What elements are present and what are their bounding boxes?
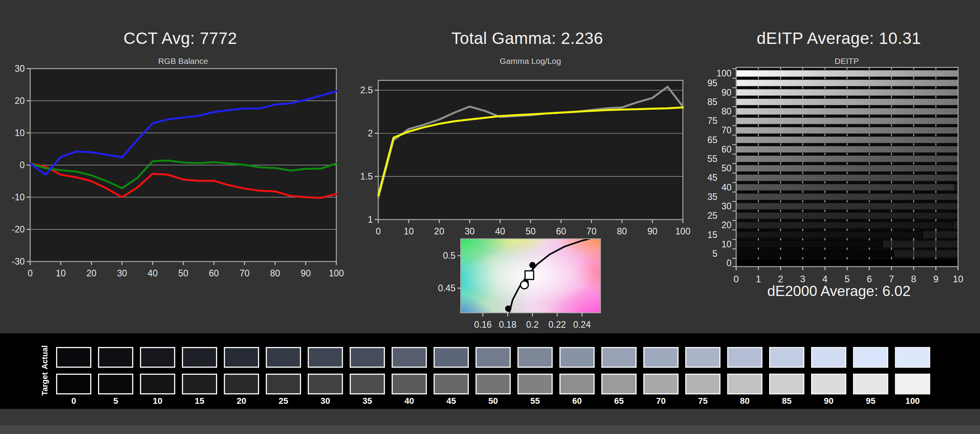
- svg-text:4: 4: [822, 274, 828, 284]
- swatch-label: 55: [517, 396, 553, 406]
- svg-text:40: 40: [721, 182, 731, 192]
- swatch-target: [308, 374, 343, 394]
- swatch-actual: [727, 347, 762, 368]
- svg-text:0.22: 0.22: [548, 320, 566, 330]
- swatch-label: 45: [434, 396, 469, 406]
- svg-text:60: 60: [209, 268, 219, 278]
- swatch-target: [727, 374, 762, 394]
- svg-text:45: 45: [707, 173, 717, 183]
- swatch-label: 35: [350, 396, 385, 406]
- swatch-actual: [182, 347, 217, 368]
- swatch-target: [98, 374, 133, 394]
- swatch-target: [853, 374, 888, 394]
- svg-text:7: 7: [889, 274, 894, 284]
- swatch-target: [140, 374, 175, 394]
- svg-text:0.2: 0.2: [526, 320, 539, 330]
- swatch-target: [266, 374, 301, 394]
- swatch-label: 25: [266, 396, 301, 406]
- swatch-actual: [434, 347, 469, 368]
- cie-chromaticity-chart: 0.160.180.20.220.240.50.45: [416, 234, 640, 333]
- swatch-actual: [811, 347, 846, 368]
- swatch-actual: [98, 347, 133, 368]
- svg-text:10: 10: [56, 268, 66, 278]
- svg-text:-10: -10: [12, 192, 25, 202]
- swatch-target: [182, 374, 217, 394]
- svg-text:50: 50: [721, 163, 731, 173]
- svg-text:1.5: 1.5: [360, 171, 373, 182]
- svg-text:3: 3: [800, 274, 805, 284]
- deitp-bar-chart: 1009590858075706560555045403530252015105…: [690, 59, 980, 286]
- svg-text:2.5: 2.5: [360, 85, 373, 95]
- svg-text:20: 20: [15, 96, 25, 106]
- deitp-average-title: dEITP Average: 10.31: [682, 29, 980, 48]
- svg-text:90: 90: [648, 226, 658, 236]
- svg-text:0.45: 0.45: [438, 283, 456, 293]
- swatch-label: 15: [182, 396, 217, 406]
- swatch-label: 40: [392, 396, 427, 406]
- svg-text:8: 8: [911, 274, 916, 284]
- swatch-actual: [769, 347, 804, 368]
- svg-text:-20: -20: [12, 224, 25, 234]
- svg-text:95: 95: [707, 78, 717, 88]
- swatch-target: [769, 374, 804, 394]
- svg-text:0.5: 0.5: [443, 251, 456, 261]
- swatch-label: 75: [685, 396, 720, 406]
- svg-text:100: 100: [675, 226, 690, 236]
- svg-text:80: 80: [270, 268, 280, 278]
- target-row-label: Target: [36, 374, 54, 394]
- swatch-target: [685, 374, 720, 394]
- swatch-target: [434, 374, 469, 394]
- grayscale-swatch-strip: Actual Target 05101520253035404550556065…: [0, 333, 980, 409]
- svg-text:80: 80: [721, 106, 731, 116]
- swatch-label: 20: [224, 396, 259, 406]
- svg-text:90: 90: [301, 268, 311, 278]
- svg-text:10: 10: [953, 274, 964, 284]
- svg-text:85: 85: [707, 97, 717, 107]
- svg-text:40: 40: [148, 268, 158, 278]
- swatch-label: 80: [727, 396, 762, 406]
- svg-text:90: 90: [721, 87, 731, 98]
- swatch-actual: [853, 347, 888, 368]
- svg-text:30: 30: [15, 64, 25, 74]
- svg-text:70: 70: [240, 268, 250, 278]
- svg-text:0.24: 0.24: [573, 320, 591, 330]
- svg-text:0: 0: [28, 268, 33, 278]
- swatch-target: [475, 374, 511, 394]
- svg-text:2: 2: [368, 128, 373, 138]
- swatch-target: [643, 374, 679, 394]
- svg-text:5: 5: [844, 274, 849, 284]
- svg-text:35: 35: [707, 192, 717, 202]
- svg-text:30: 30: [721, 201, 731, 211]
- swatch-label: 90: [811, 396, 846, 406]
- svg-text:50: 50: [178, 268, 189, 278]
- svg-text:0.18: 0.18: [499, 320, 517, 330]
- swatch-actual: [308, 347, 343, 368]
- swatch-label: 10: [140, 396, 175, 406]
- rgb-balance-chart: 3020100-10-20-300102030405060708090100: [0, 24, 353, 282]
- actual-row-label: Actual: [36, 347, 54, 368]
- calibration-report-page: CCT Avg: 7772 RGB Balance Total Gamma: 2…: [0, 0, 980, 434]
- svg-text:1: 1: [756, 274, 761, 284]
- swatch-label: 85: [769, 396, 804, 406]
- svg-text:9: 9: [933, 274, 938, 284]
- swatch-actual: [350, 347, 385, 368]
- swatch-actual: [140, 347, 175, 368]
- svg-text:6: 6: [867, 274, 872, 284]
- svg-text:0: 0: [20, 160, 25, 170]
- swatch-label: 30: [308, 396, 343, 406]
- swatch-actual: [685, 347, 720, 368]
- gamma-loglog-chart: 2.521.510102030405060708090100: [353, 24, 706, 243]
- swatch-actual: [475, 347, 511, 368]
- footer-bar: [0, 409, 980, 425]
- swatch-actual: [559, 347, 595, 368]
- svg-text:2: 2: [778, 274, 783, 284]
- svg-text:0: 0: [726, 258, 731, 268]
- svg-text:70: 70: [721, 125, 731, 135]
- swatch-actual: [895, 347, 930, 368]
- svg-text:20: 20: [721, 220, 731, 230]
- svg-text:0: 0: [733, 274, 739, 284]
- svg-text:20: 20: [86, 268, 96, 278]
- swatch-label: 5: [98, 396, 133, 406]
- swatch-label: 95: [853, 396, 888, 406]
- swatch-target: [559, 374, 595, 394]
